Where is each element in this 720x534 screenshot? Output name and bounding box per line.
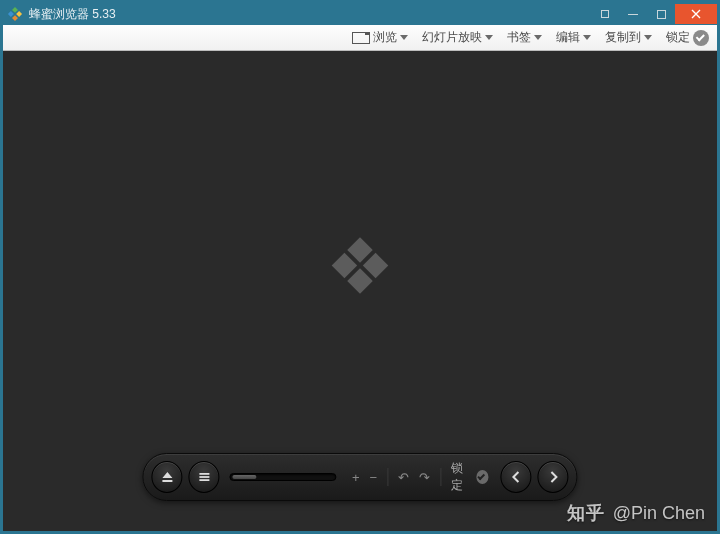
chevron-down-icon [583,35,591,40]
svg-rect-6 [332,253,357,278]
content-area: + − ↶ ↷ 锁定 知乎 @Pin Chen [3,51,717,531]
rotate-right-button[interactable]: ↷ [419,470,430,485]
previous-button[interactable] [501,461,532,493]
lock-toggle[interactable]: 锁定 [451,460,489,494]
chevron-down-icon [485,35,493,40]
zoom-in-button[interactable]: + [352,470,360,485]
svg-rect-5 [363,253,388,278]
window-close-button[interactable] [675,4,717,24]
watermark: 知乎 @Pin Chen [567,501,705,525]
watermark-author: @Pin Chen [613,503,705,524]
toolbar-lock[interactable]: 锁定 [666,29,709,46]
toolbar-browse-label: 浏览 [373,29,397,46]
svg-rect-7 [347,268,372,293]
check-icon [693,30,709,46]
zoom-slider[interactable] [229,473,335,481]
svg-rect-8 [199,473,209,475]
placeholder-logo-icon [325,231,395,304]
fullscreen-icon [352,32,370,44]
toolbar-edit-label: 编辑 [556,29,580,46]
toolbar-slideshow[interactable]: 幻灯片放映 [422,29,493,46]
svg-rect-0 [12,7,18,13]
toolbar: 浏览 幻灯片放映 书签 编辑 复制到 锁定 [3,25,717,51]
controlbar-tools: + − ↶ ↷ 锁定 [346,460,495,494]
svg-rect-2 [8,11,14,17]
window-settings-button[interactable] [591,4,619,24]
svg-rect-4 [347,237,372,262]
toolbar-slideshow-label: 幻灯片放映 [422,29,482,46]
toolbar-copy-to[interactable]: 复制到 [605,29,652,46]
window-maximize-button[interactable] [647,4,675,24]
watermark-site: 知乎 [567,501,605,525]
toolbar-bookmark[interactable]: 书签 [507,29,542,46]
next-button[interactable] [538,461,569,493]
lock-label: 锁定 [451,460,472,494]
titlebar[interactable]: 蜂蜜浏览器 5.33 [3,3,717,25]
svg-rect-1 [16,11,22,17]
app-icon [7,6,23,22]
eject-button[interactable] [151,461,182,493]
zoom-out-button[interactable]: − [370,470,378,485]
chevron-down-icon [534,35,542,40]
toolbar-lock-label: 锁定 [666,29,690,46]
svg-rect-3 [12,15,18,21]
chevron-down-icon [644,35,652,40]
check-icon [476,470,488,484]
menu-button[interactable] [188,461,219,493]
svg-rect-9 [199,476,209,478]
window-minimize-button[interactable] [619,4,647,24]
divider [440,468,441,486]
toolbar-copy-to-label: 复制到 [605,29,641,46]
toolbar-browse[interactable]: 浏览 [352,29,408,46]
app-title: 蜂蜜浏览器 5.33 [29,6,116,23]
rotate-left-button[interactable]: ↶ [398,470,409,485]
toolbar-edit[interactable]: 编辑 [556,29,591,46]
chevron-down-icon [400,35,408,40]
divider [387,468,388,486]
svg-rect-10 [199,479,209,481]
toolbar-bookmark-label: 书签 [507,29,531,46]
controlbar: + − ↶ ↷ 锁定 [142,453,577,501]
